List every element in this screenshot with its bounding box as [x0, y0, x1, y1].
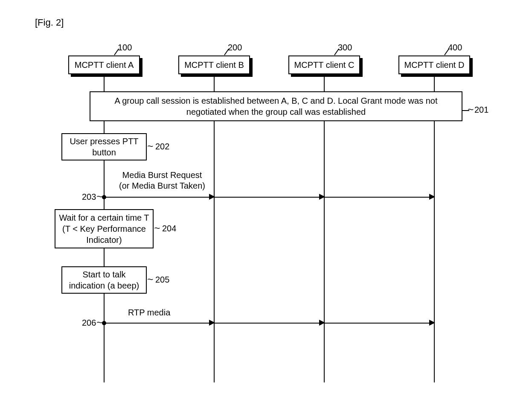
tilde-205: ~: [147, 274, 153, 285]
ref-200: 200: [228, 43, 242, 52]
arrow-206-b: [209, 320, 215, 326]
tilde-203: ~: [96, 191, 102, 202]
line-206: [104, 323, 434, 324]
line-203: [104, 197, 434, 198]
lifeline-b: [214, 75, 215, 382]
tilde-206: ~: [96, 317, 102, 328]
ref-201: 201: [474, 105, 488, 115]
note-204: Wait for a certain time T (T < Key Perfo…: [55, 209, 154, 248]
lifeline-c: [324, 75, 325, 382]
ref-206: 206: [82, 318, 96, 328]
participant-b-label: MCPTT client B: [178, 55, 250, 74]
ref-300: 300: [338, 43, 352, 52]
arrow-206-c: [319, 320, 325, 326]
ref-204: 204: [162, 224, 176, 233]
tilde-204: ~: [154, 223, 160, 234]
participant-d-label: MCPTT client D: [398, 55, 470, 74]
note-202-text: User presses PTT button: [66, 136, 142, 158]
arrow-206-d: [429, 320, 435, 326]
msg-206-label: RTP media: [128, 307, 170, 318]
msg-203-line1: Media Burst Request: [122, 170, 202, 180]
arrow-203-c: [319, 194, 325, 200]
ref-100: 100: [118, 43, 132, 52]
tilde-202: ~: [147, 141, 153, 152]
ref-205: 205: [155, 275, 169, 285]
ref-203: 203: [82, 192, 96, 202]
participant-a-label: MCPTT client A: [68, 55, 140, 74]
figure-label: [Fig. 2]: [35, 17, 64, 28]
participant-c-label: MCPTT client C: [288, 55, 360, 74]
note-201: A group call session is established betw…: [90, 91, 462, 121]
note-201-text: A group call session is established betw…: [94, 95, 458, 117]
note-205-text: Start to talk indication (a beep): [66, 269, 142, 291]
ref-202: 202: [155, 142, 169, 152]
note-202: User presses PTT button: [61, 133, 147, 160]
ref-400: 400: [448, 43, 462, 52]
note-204-text: Wait for a certain time T (T < Key Perfo…: [59, 212, 149, 245]
sequence-diagram: [Fig. 2] MCPTT client A 100 MCPTT client…: [0, 0, 529, 420]
arrow-203-b: [209, 194, 215, 200]
msg-203-label: Media Burst Request (or Media Burst Take…: [111, 170, 213, 191]
arrow-203-d: [429, 194, 435, 200]
note-205: Start to talk indication (a beep): [61, 266, 147, 294]
msg-203-line2: (or Media Burst Taken): [119, 181, 205, 190]
lifeline-d: [434, 75, 435, 382]
tilde-201: ~: [468, 104, 474, 115]
